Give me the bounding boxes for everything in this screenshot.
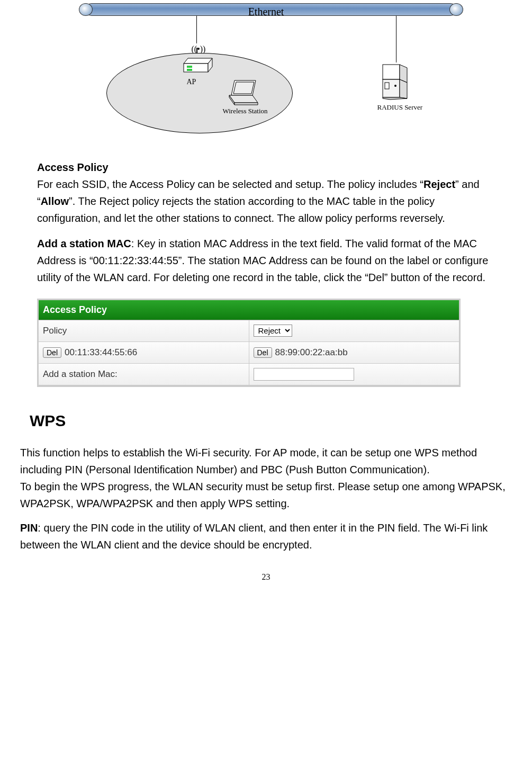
access-point-icon	[182, 57, 214, 75]
add-station-mac-paragraph: Add a station MAC: Key in station MAC Ad…	[37, 235, 495, 286]
page-number: 23	[11, 561, 521, 588]
add-mac-input[interactable]	[254, 368, 354, 381]
ap-label: AP	[187, 76, 196, 88]
add-mac-row: Add a station Mac:	[39, 364, 459, 385]
mac-row: Del 00:11:33:44:55:66 Del 88:99:00:22:aa…	[39, 342, 459, 364]
network-diagram: Ethernet ((•)) AP	[55, 0, 478, 148]
policy-row: Policy Reject	[39, 320, 459, 342]
svg-marker-0	[184, 58, 212, 64]
svg-rect-3	[187, 66, 192, 68]
ethernet-label: Ethernet	[55, 3, 478, 20]
mac-value-2: 88:99:00:22:aa:bb	[275, 345, 348, 359]
wps-heading: WPS	[11, 392, 521, 439]
access-policy-paragraph: Access Policy For each SSID, the Access …	[37, 159, 495, 227]
svg-rect-4	[187, 69, 192, 71]
radius-server-icon	[377, 64, 414, 101]
wps-paragraph-1: This function helps to establish the Wi-…	[20, 444, 512, 512]
add-mac-label: Add a station Mac:	[39, 364, 249, 385]
panel-title: Access Policy	[39, 300, 459, 320]
mac-value-1: 00:11:33:44:55:66	[65, 345, 137, 359]
svg-marker-15	[383, 97, 407, 100]
del-button-2[interactable]: Del	[254, 347, 272, 358]
access-policy-heading: Access Policy	[37, 161, 109, 173]
policy-select[interactable]: Reject	[254, 325, 292, 337]
wireless-station-label: Wireless Station	[223, 106, 268, 117]
svg-point-17	[394, 85, 396, 87]
antenna-icon: ((•))	[192, 40, 202, 55]
radius-server-label: RADIUS Server	[377, 102, 423, 113]
del-button-1[interactable]: Del	[43, 347, 61, 358]
svg-marker-9	[235, 103, 258, 105]
drop-line-server	[396, 16, 396, 62]
wireless-station-icon	[224, 79, 261, 106]
access-policy-panel: Access Policy Policy Reject Del 00:11:33…	[37, 299, 461, 387]
svg-marker-14	[400, 79, 407, 98]
svg-rect-10	[383, 65, 400, 79]
wps-pin-paragraph: PIN: query the PIN code in the utility o…	[20, 519, 512, 553]
policy-label: Policy	[39, 320, 249, 341]
svg-rect-16	[385, 83, 389, 89]
svg-marker-6	[233, 82, 254, 94]
